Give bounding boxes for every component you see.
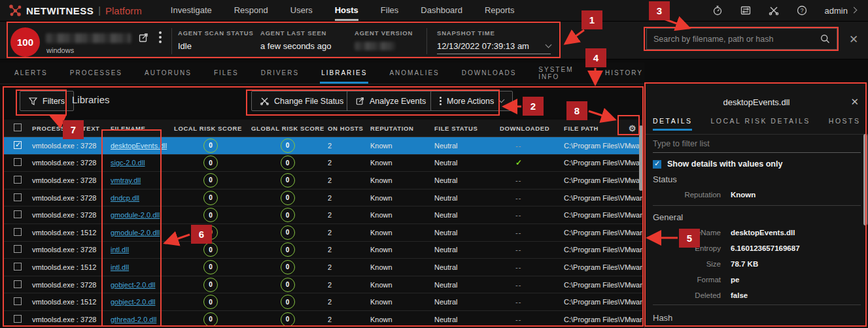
select-all-checkbox[interactable] bbox=[3, 123, 28, 133]
filename-link[interactable]: sigc-2.0.dll bbox=[111, 159, 145, 167]
row-checkbox[interactable] bbox=[14, 193, 22, 201]
stopwatch-icon[interactable] bbox=[712, 5, 723, 16]
tab-autoruns[interactable]: AUTORUNS bbox=[143, 63, 193, 84]
tab-files[interactable]: FILES bbox=[213, 63, 240, 84]
row-checkbox[interactable] bbox=[14, 141, 22, 149]
tab-system-info[interactable]: SYSTEM INFO bbox=[537, 59, 584, 88]
panel-scrollbar[interactable] bbox=[863, 134, 867, 225]
nav-item-users[interactable]: Users bbox=[290, 0, 313, 21]
table-row[interactable]: vmtoolsd.exe : 1512gmodule-2.0.dll002Kno… bbox=[3, 224, 643, 242]
kebab-icon bbox=[440, 97, 442, 105]
change-file-status-button[interactable]: Change File Status bbox=[251, 91, 353, 111]
table-row[interactable]: vmtoolsd.exe : 3728gthread-2.0.dll002Kno… bbox=[3, 311, 643, 328]
filename-link[interactable]: vmtray.dll bbox=[111, 176, 141, 184]
nav-item-hosts[interactable]: Hosts bbox=[335, 0, 358, 21]
panel-tab-details[interactable]: DETAILS bbox=[653, 117, 692, 131]
nav-item-files[interactable]: Files bbox=[381, 0, 398, 21]
row-checkbox[interactable] bbox=[14, 280, 22, 288]
panel-tab-local-risk-details[interactable]: LOCAL RISK DETAILS bbox=[710, 117, 810, 131]
filename-link[interactable]: desktopEvents.dll bbox=[111, 142, 167, 150]
local-risk-score-badge: 0 bbox=[203, 173, 218, 188]
on-hosts-cell: 2 bbox=[328, 229, 332, 237]
nav-item-reports[interactable]: Reports bbox=[485, 0, 515, 21]
row-checkbox[interactable] bbox=[14, 228, 22, 236]
on-hosts-cell: 2 bbox=[328, 159, 332, 167]
column-header[interactable]: ON HOSTS bbox=[324, 125, 366, 132]
process-context-cell: vmtoolsd.exe : 3728 bbox=[32, 194, 96, 202]
row-checkbox[interactable] bbox=[14, 176, 22, 184]
field-label: Entropy bbox=[645, 244, 721, 252]
filename-link[interactable]: gmodule-2.0.dll bbox=[111, 229, 160, 237]
filename-link[interactable]: dndcp.dll bbox=[111, 194, 139, 202]
nav-item-dashboard[interactable]: Dashboard bbox=[421, 0, 462, 21]
panel-filter-input[interactable] bbox=[653, 139, 861, 148]
table-row[interactable]: vmtoolsd.exe : 3728dndcp.dll002KnownNeut… bbox=[3, 189, 643, 207]
table-row[interactable]: vmtoolsd.exe : 3728intl.dll002KnownNeutr… bbox=[3, 242, 643, 259]
file-status-cell: Neutral bbox=[434, 142, 457, 150]
row-checkbox[interactable] bbox=[14, 297, 22, 305]
table-row[interactable]: vmtoolsd.exe : 3728vmtray.dll002KnownNeu… bbox=[3, 172, 643, 189]
downloaded-cell: -- bbox=[515, 316, 521, 323]
tab-history[interactable]: HISTORY bbox=[604, 63, 644, 84]
redacted-value bbox=[355, 42, 395, 50]
column-header[interactable]: GLOBAL RISK SCORE bbox=[247, 125, 324, 132]
table-row[interactable]: vmtoolsd.exe : 3728sigc-2.0.dll002KnownN… bbox=[3, 155, 643, 172]
column-header[interactable]: FILE STATUS bbox=[430, 125, 496, 132]
table-row[interactable]: vmtoolsd.exe : 1512gobject-2.0.dll002Kno… bbox=[3, 293, 643, 311]
show-values-only-checkbox[interactable]: Show details with values only bbox=[653, 159, 782, 169]
search-input[interactable] bbox=[653, 35, 820, 44]
nav-item-respond[interactable]: Respond bbox=[234, 0, 268, 21]
row-checkbox[interactable] bbox=[14, 263, 22, 271]
risk-score-badge[interactable]: 100 bbox=[10, 27, 40, 57]
column-header[interactable]: FILE PATH bbox=[560, 125, 622, 132]
filename-link[interactable]: intl.dll bbox=[111, 263, 129, 271]
row-checkbox[interactable] bbox=[14, 210, 22, 218]
panel-tab-hosts[interactable]: HOSTS bbox=[829, 117, 861, 131]
field-label: Format bbox=[645, 276, 721, 284]
tab-drivers[interactable]: DRIVERS bbox=[260, 63, 300, 84]
filters-button[interactable]: Filters bbox=[20, 91, 74, 111]
row-checkbox[interactable] bbox=[14, 315, 22, 323]
table-scrollbar[interactable] bbox=[639, 125, 643, 191]
column-header[interactable]: LOCAL RISK SCORE bbox=[170, 125, 247, 132]
column-header[interactable]: PROCESS CONTEXT bbox=[28, 125, 107, 132]
global-risk-score-badge: 0 bbox=[281, 295, 295, 309]
table-row[interactable]: vmtoolsd.exe : 3728gmodule-2.0.dll002Kno… bbox=[3, 206, 643, 224]
tab-processes[interactable]: PROCESSES bbox=[69, 63, 124, 84]
close-panel-icon[interactable]: ✕ bbox=[850, 96, 859, 108]
more-actions-button[interactable]: More Actions bbox=[430, 91, 513, 111]
nav-item-investigate[interactable]: Investigate bbox=[171, 0, 212, 21]
tab-anomalies[interactable]: ANOMALIES bbox=[388, 63, 440, 84]
reputation-cell: Known bbox=[370, 229, 392, 237]
host-kebab-menu-icon[interactable] bbox=[159, 31, 162, 45]
open-host-icon[interactable] bbox=[139, 33, 148, 42]
brand-logo[interactable]: NETWITNESS | Platform bbox=[0, 5, 142, 17]
analyze-events-button[interactable]: Analyze Events bbox=[347, 91, 434, 111]
filename-link[interactable]: gobject-2.0.dll bbox=[111, 298, 156, 306]
downloaded-cell: -- bbox=[515, 246, 521, 254]
tab-libraries[interactable]: LIBRARIES bbox=[320, 63, 368, 84]
column-header[interactable]: DOWNLOADED bbox=[496, 125, 560, 132]
redacted-hostname bbox=[46, 33, 131, 43]
close-search-icon[interactable]: ✕ bbox=[849, 33, 858, 46]
filename-link[interactable]: intl.dll bbox=[111, 246, 129, 254]
filename-link[interactable]: gobject-2.0.dll bbox=[111, 281, 156, 289]
user-menu[interactable]: admin bbox=[825, 6, 856, 16]
tab-downloads[interactable]: DOWNLOADS bbox=[460, 63, 518, 84]
row-checkbox[interactable] bbox=[14, 245, 22, 253]
search-icon[interactable] bbox=[820, 34, 830, 44]
table-row[interactable]: vmtoolsd.exe : 1512intl.dll002KnownNeutr… bbox=[3, 259, 643, 276]
downloaded-cell: -- bbox=[515, 211, 521, 219]
column-header[interactable]: REPUTATION bbox=[366, 125, 430, 132]
row-checkbox[interactable] bbox=[14, 158, 22, 166]
tab-alerts[interactable]: ALERTS bbox=[13, 63, 49, 84]
help-icon[interactable]: ? bbox=[797, 5, 808, 16]
jobs-icon[interactable] bbox=[740, 5, 752, 16]
table-row[interactable]: vmtoolsd.exe : 3728desktopEvents.dll002K… bbox=[3, 137, 643, 155]
column-header[interactable]: FILENAME bbox=[107, 125, 170, 132]
snapshot-time-dropdown[interactable]: 12/13/2022 07:39:13 am bbox=[437, 41, 551, 54]
tools-icon[interactable] bbox=[769, 5, 780, 16]
filename-link[interactable]: gmodule-2.0.dll bbox=[111, 211, 160, 219]
filename-link[interactable]: gthread-2.0.dll bbox=[111, 316, 156, 323]
table-row[interactable]: vmtoolsd.exe : 3728gobject-2.0.dll002Kno… bbox=[3, 276, 643, 294]
